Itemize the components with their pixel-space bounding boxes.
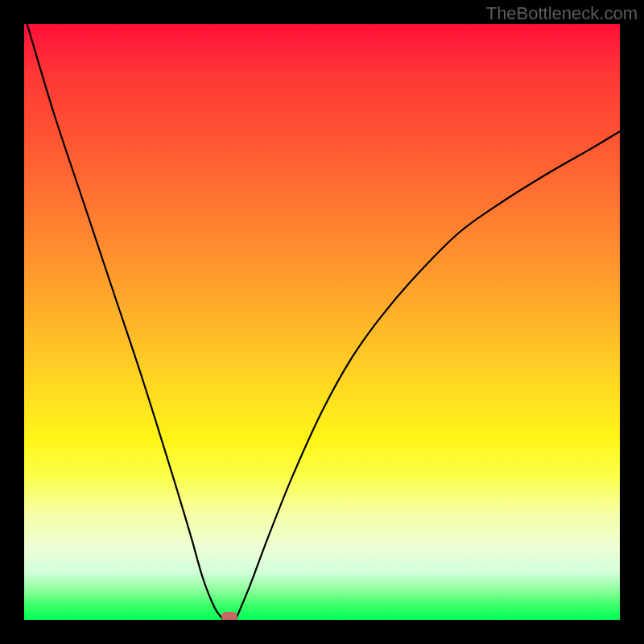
watermark-text: TheBottleneck.com	[486, 3, 638, 24]
bottleneck-curve-left	[27, 24, 224, 620]
minimum-marker	[221, 612, 237, 620]
plot-area	[24, 24, 620, 620]
bottleneck-curve-right	[236, 131, 620, 620]
curve-svg	[24, 24, 620, 620]
